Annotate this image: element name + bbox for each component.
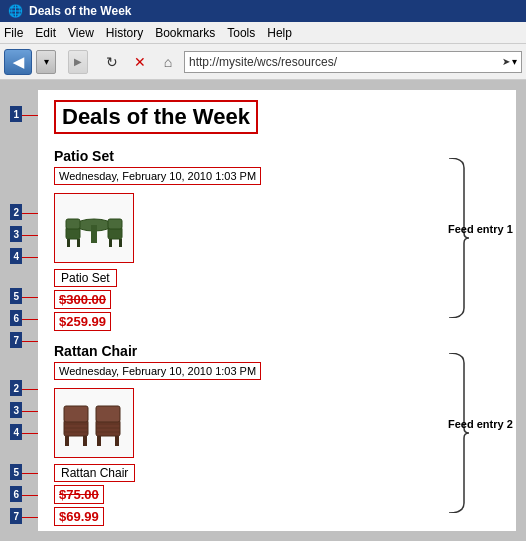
page-content: Deals of the Week Patio Set Wednesday, F…	[38, 90, 516, 531]
refresh-button[interactable]: ↻	[100, 50, 124, 74]
home-button[interactable]: ⌂	[156, 50, 180, 74]
num-4a: 4	[10, 248, 22, 264]
address-dropdown[interactable]: ▾	[512, 56, 517, 67]
svg-rect-12	[65, 436, 69, 446]
menu-edit[interactable]: Edit	[35, 26, 56, 40]
number-indicators: 1 2 3 4 5 6 7 2	[10, 90, 38, 531]
entry-1-image	[54, 193, 134, 263]
entry-2-sale-price: $69.99	[54, 507, 104, 526]
address-go[interactable]: ➤	[500, 56, 512, 67]
title-bar: 🌐 Deals of the Week	[0, 0, 526, 22]
entry-1-original-price: $300.00	[54, 290, 111, 309]
feed-entry-2-data: Rattan Chair Wednesday, February 10, 201…	[54, 343, 440, 538]
entry-1-label: Patio Set	[54, 269, 117, 287]
svg-rect-9	[119, 239, 122, 247]
num-5b: 5	[10, 464, 22, 480]
menu-view[interactable]: View	[68, 26, 94, 40]
num-3a: 3	[10, 226, 22, 242]
entry-2-label: Rattan Chair	[54, 464, 135, 482]
svg-rect-18	[96, 406, 120, 422]
num-3b: 3	[10, 402, 22, 418]
svg-rect-7	[108, 219, 122, 229]
page-heading: Deals of the Week	[54, 100, 258, 134]
menu-help[interactable]: Help	[267, 26, 292, 40]
entry-2-date: Wednesday, February 10, 2010 1:03 PM	[54, 362, 261, 380]
back-dropdown[interactable]: ▾	[36, 50, 56, 74]
svg-rect-8	[109, 239, 112, 247]
svg-rect-3	[66, 219, 80, 229]
feed-entry-1-bracket: Feed entry 1	[440, 148, 500, 235]
title-bar-icon: 🌐	[8, 4, 23, 18]
svg-rect-13	[83, 436, 87, 446]
stop-button[interactable]: ✕	[128, 50, 152, 74]
num-7a: 7	[10, 332, 22, 348]
feed-entry-1-data: Patio Set Wednesday, February 10, 2010 1…	[54, 148, 440, 343]
feed-entry-1-row: Patio Set Wednesday, February 10, 2010 1…	[54, 148, 500, 343]
entry-1-date: Wednesday, February 10, 2010 1:03 PM	[54, 167, 261, 185]
num-4b: 4	[10, 424, 22, 440]
address-bar[interactable]: http://mysite/wcs/resources/ ➤ ▾	[184, 51, 522, 73]
address-text: http://mysite/wcs/resources/	[189, 55, 500, 69]
svg-rect-19	[97, 436, 101, 446]
svg-rect-1	[91, 225, 97, 243]
feed-entry-2-bracket: Feed entry 2	[440, 343, 500, 430]
entry-2-title: Rattan Chair	[54, 343, 440, 359]
entry-2-original-price: $75.00	[54, 485, 104, 504]
svg-rect-5	[77, 239, 80, 247]
nav-bar: ◀ ▾ ▶ ↻ ✕ ⌂ http://mysite/wcs/resources/…	[0, 44, 526, 80]
num-7b: 7	[10, 508, 22, 524]
entry-2-image	[54, 388, 134, 458]
feed-entry-2-row: Rattan Chair Wednesday, February 10, 201…	[54, 343, 500, 538]
menu-bar: File Edit View History Bookmarks Tools H…	[0, 22, 526, 44]
svg-rect-20	[115, 436, 119, 446]
num-6a: 6	[10, 310, 22, 326]
menu-tools[interactable]: Tools	[227, 26, 255, 40]
num-6b: 6	[10, 486, 22, 502]
back-button[interactable]: ◀	[4, 49, 32, 75]
window-title: Deals of the Week	[29, 4, 131, 18]
num-1: 1	[10, 106, 22, 122]
feed-entry-1-label: Feed entry 1	[448, 223, 513, 235]
menu-file[interactable]: File	[4, 26, 23, 40]
menu-bookmarks[interactable]: Bookmarks	[155, 26, 215, 40]
svg-rect-4	[67, 239, 70, 247]
feed-entry-2-label: Feed entry 2	[448, 418, 513, 430]
forward-button[interactable]: ▶	[68, 50, 88, 74]
menu-history[interactable]: History	[106, 26, 143, 40]
num-5a: 5	[10, 288, 22, 304]
num-2b: 2	[10, 380, 22, 396]
svg-rect-11	[64, 406, 88, 422]
content-area: 1 2 3 4 5 6 7 2	[0, 80, 526, 541]
num-2a: 2	[10, 204, 22, 220]
entry-1-title: Patio Set	[54, 148, 440, 164]
entry-1-sale-price: $259.99	[54, 312, 111, 331]
